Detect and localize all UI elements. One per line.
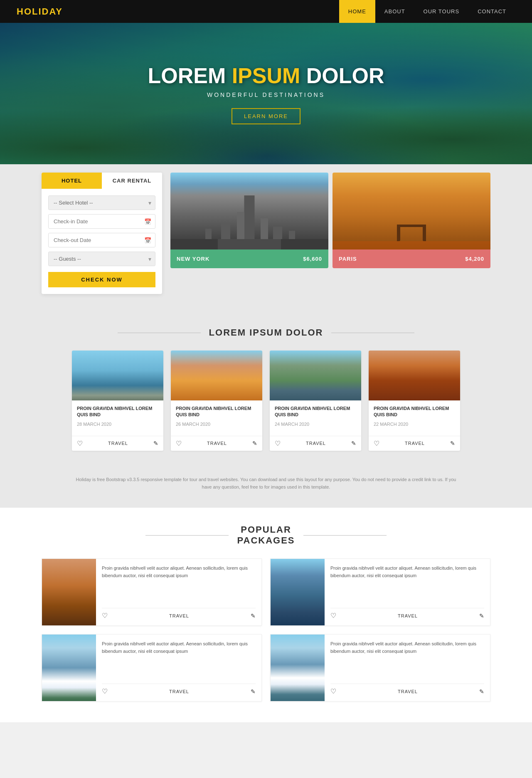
nav-link-about[interactable]: ABOUT xyxy=(375,0,414,23)
pkg-desc-4: Proin gravida nibhvell velit auctor aliq… xyxy=(330,640,484,680)
dest-price-paris: $4,200 xyxy=(465,256,484,262)
booking-section: HOTEL CAR RENTAL -- Select Hotel -- ▾ 📅 … xyxy=(0,164,532,311)
pkg-edit-3[interactable]: ✎ xyxy=(251,688,256,695)
tour-card-2: PROIN GRAVIDA NIBHVEL LOREM QUIS BIND 26… xyxy=(171,351,262,451)
packages-title-wrap: POPULAR PACKAGES xyxy=(42,524,490,546)
tour-title-2: PROIN GRAVIDA NIBHVEL LOREM QUIS BIND xyxy=(176,405,257,418)
pkg-heart-2[interactable]: ♡ xyxy=(330,612,336,620)
hotel-select[interactable]: -- Select Hotel -- xyxy=(48,195,155,210)
nav-link-contact[interactable]: CONTACT xyxy=(468,0,515,23)
divider-right xyxy=(331,333,414,333)
hero-title-yellow: IPSUM xyxy=(232,64,300,88)
dest-price-newyork: $6,600 xyxy=(303,256,322,262)
hero-title: LOREM IPSUM DOLOR xyxy=(148,63,384,88)
pkg-body-2: Proin gravida nibhvell velit auctor aliq… xyxy=(325,559,490,625)
tab-hotel[interactable]: HOTEL xyxy=(42,173,102,189)
edit-icon-4[interactable]: ✎ xyxy=(450,440,455,447)
travel-tag-4: TRAVEL xyxy=(383,441,447,446)
package-card-2: Proin gravida nibhvell velit auctor aliq… xyxy=(270,558,490,626)
pkg-footer-3: ♡ TRAVEL ✎ xyxy=(102,684,256,695)
dest-img-paris xyxy=(332,173,490,249)
pkg-tag-3: TRAVEL xyxy=(111,689,247,694)
pkg-heart-4[interactable]: ♡ xyxy=(330,687,336,695)
checkout-input[interactable] xyxy=(48,233,155,247)
pkg-heart-3[interactable]: ♡ xyxy=(102,687,108,695)
hero-title-white1: LOREM xyxy=(148,64,232,88)
booking-tabs: HOTEL CAR RENTAL xyxy=(42,173,162,189)
packages-section-title: POPULAR PACKAGES xyxy=(237,524,295,546)
tour-card-body-3: PROIN GRAVIDA NIBHVEL LOREM QUIS BIND 24… xyxy=(270,400,361,436)
travel-tag-2: TRAVEL xyxy=(185,441,249,446)
tour-card-4: PROIN GRAVIDA NIBHVEL LOREM QUIS BIND 22… xyxy=(369,351,460,451)
tour-date-2: 26 MARCH 2020 xyxy=(176,422,257,427)
pkg-desc-3: Proin gravida nibhvell velit auctor aliq… xyxy=(102,640,256,680)
tour-card-3: PROIN GRAVIDA NIBHVEL LOREM QUIS BIND 24… xyxy=(270,351,361,451)
nav-links: HOME ABOUT OUR TOURS CONTACT xyxy=(339,0,515,23)
tour-date-1: 28 MARCH 2020 xyxy=(77,422,158,427)
hero-content: LOREM IPSUM DOLOR WONDERFUL DESTINATIONS… xyxy=(148,63,384,124)
tours-section: LOREM IPSUM DOLOR PROIN GRAVIDA NIBHVEL … xyxy=(0,311,532,467)
tour-footer-2: ♡ TRAVEL ✎ xyxy=(171,436,262,451)
edit-icon-1[interactable]: ✎ xyxy=(153,440,158,447)
pkg-heart-1[interactable]: ♡ xyxy=(102,612,108,620)
edit-icon-2[interactable]: ✎ xyxy=(252,440,257,447)
divider-left xyxy=(118,333,201,333)
tour-card-1: PROIN GRAVIDA NIBHVEL LOREM QUIS BIND 28… xyxy=(72,351,163,451)
tours-section-title: LOREM IPSUM DOLOR xyxy=(209,327,323,338)
tour-footer-1: ♡ TRAVEL ✎ xyxy=(72,436,163,451)
packages-grid: Proin gravida nibhvell velit auctor aliq… xyxy=(42,558,490,701)
nav-item-home[interactable]: HOME xyxy=(339,0,375,23)
pkg-img-4 xyxy=(271,635,325,701)
nav-link-tours[interactable]: OUR TOURS xyxy=(414,0,469,23)
checkin-input[interactable] xyxy=(48,214,155,229)
tour-card-body-4: PROIN GRAVIDA NIBHVEL LOREM QUIS BIND 22… xyxy=(369,400,460,436)
pkg-edit-2[interactable]: ✎ xyxy=(479,613,484,619)
tour-footer-3: ♡ TRAVEL ✎ xyxy=(270,436,361,451)
checkout-wrap: 📅 xyxy=(48,233,155,247)
nav-item-contact[interactable]: CONTACT xyxy=(468,0,515,23)
pkg-img-3 xyxy=(42,635,96,701)
tour-title-1: PROIN GRAVIDA NIBHVEL LOREM QUIS BIND xyxy=(77,405,158,418)
guests-select[interactable]: -- Guests -- 1 2 3+ xyxy=(48,252,155,266)
info-section: Holiday is free Bootstrap v3.3.5 respons… xyxy=(0,467,532,508)
nav-link-home[interactable]: HOME xyxy=(339,0,375,23)
heart-icon-3[interactable]: ♡ xyxy=(275,440,281,447)
pkg-desc-2: Proin gravida nibhvell velit auctor aliq… xyxy=(330,565,484,605)
tour-cards-grid: PROIN GRAVIDA NIBHVEL LOREM QUIS BIND 28… xyxy=(42,351,490,451)
dest-card-newyork: NEW YORK $6,600 xyxy=(170,173,328,268)
heart-icon-4[interactable]: ♡ xyxy=(374,440,379,447)
edit-icon-3[interactable]: ✎ xyxy=(351,440,356,447)
destination-cards: NEW YORK $6,600 PARIS $4,200 xyxy=(170,173,490,268)
nav-item-tours[interactable]: OUR TOURS xyxy=(414,0,469,23)
learn-more-button[interactable]: LEARN MORE xyxy=(232,108,300,124)
check-now-button[interactable]: CHECK NOW xyxy=(48,272,155,287)
booking-form-body: -- Select Hotel -- ▾ 📅 📅 -- Guests -- 1 … xyxy=(42,189,162,294)
pkg-edit-4[interactable]: ✎ xyxy=(479,688,484,695)
tab-car-rental[interactable]: CAR RENTAL xyxy=(102,173,162,189)
pkg-edit-1[interactable]: ✎ xyxy=(251,613,256,619)
tour-card-body-2: PROIN GRAVIDA NIBHVEL LOREM QUIS BIND 26… xyxy=(171,400,262,436)
dest-name-newyork: NEW YORK xyxy=(177,256,209,262)
pkg-body-1: Proin gravida nibhvell velit auctor aliq… xyxy=(96,559,261,625)
brand-logo[interactable]: HOLIDAY xyxy=(17,6,339,17)
pkg-desc-1: Proin gravida nibhvell velit auctor aliq… xyxy=(102,565,256,605)
pkg-body-3: Proin gravida nibhvell velit auctor aliq… xyxy=(96,635,261,701)
tours-title-wrap: LOREM IPSUM DOLOR xyxy=(42,327,490,338)
tour-card-body-1: PROIN GRAVIDA NIBHVEL LOREM QUIS BIND 28… xyxy=(72,400,163,436)
heart-icon-1[interactable]: ♡ xyxy=(77,440,83,447)
dest-name-paris: PARIS xyxy=(339,256,357,262)
heart-icon-2[interactable]: ♡ xyxy=(176,440,182,447)
tour-title-4: PROIN GRAVIDA NIBHVEL LOREM QUIS BIND xyxy=(374,405,455,418)
packages-section: POPULAR PACKAGES Proin gravida nibhvell … xyxy=(0,508,532,722)
dest-img-newyork xyxy=(170,173,328,249)
nav-item-about[interactable]: ABOUT xyxy=(375,0,414,23)
pkg-tag-4: TRAVEL xyxy=(340,689,476,694)
package-card-1: Proin gravida nibhvell velit auctor aliq… xyxy=(42,558,262,626)
booking-form: HOTEL CAR RENTAL -- Select Hotel -- ▾ 📅 … xyxy=(42,173,162,294)
tour-footer-4: ♡ TRAVEL ✎ xyxy=(369,436,460,451)
pkg-img-1 xyxy=(42,559,96,625)
travel-tag-3: TRAVEL xyxy=(284,441,348,446)
tour-img-desert xyxy=(171,351,262,400)
tour-date-3: 24 MARCH 2020 xyxy=(275,422,356,427)
tour-title-3: PROIN GRAVIDA NIBHVEL LOREM QUIS BIND xyxy=(275,405,356,418)
